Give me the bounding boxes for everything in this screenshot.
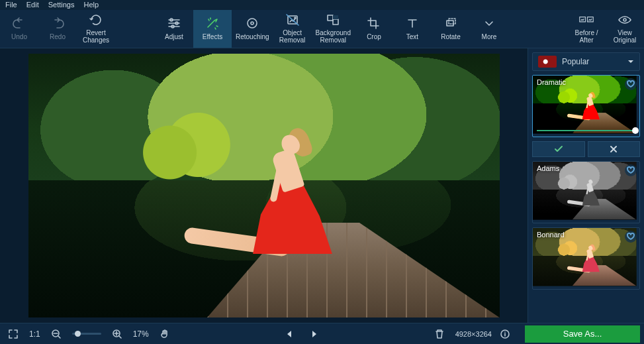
favorite-button[interactable] <box>625 164 637 176</box>
preset-adams[interactable]: Adams <box>532 161 640 223</box>
object-removal-button[interactable]: Object Removal <box>273 10 312 48</box>
rotate-button[interactable]: Rotate <box>432 10 470 48</box>
text-icon <box>405 16 420 30</box>
zoom-out-button[interactable] <box>47 326 66 342</box>
adjust-button[interactable]: Adjust <box>155 10 193 48</box>
menubar: File Edit Settings Help <box>0 0 644 10</box>
rotate-icon <box>443 16 458 30</box>
save-as-button[interactable]: Save As... <box>525 325 640 343</box>
menu-file[interactable]: File <box>5 1 17 9</box>
svg-point-14 <box>623 19 626 21</box>
toolbar: Undo Redo Revert Changes Adjust Effects … <box>0 10 644 48</box>
undo-icon <box>12 16 26 30</box>
preset-confirm-row <box>532 141 640 157</box>
delete-button[interactable] <box>430 326 449 342</box>
svg-rect-7 <box>328 15 333 21</box>
eye-icon <box>618 13 632 27</box>
crop-button[interactable]: Crop <box>355 10 393 48</box>
effect-category-select[interactable]: Popular <box>532 52 640 71</box>
category-thumb <box>538 56 557 68</box>
preset-label: Dramatic <box>537 78 566 86</box>
menu-help[interactable]: Help <box>83 1 99 9</box>
favorite-button[interactable] <box>625 78 637 90</box>
redo-icon <box>50 16 65 30</box>
photo-preview <box>28 54 500 317</box>
preset-bonnard[interactable]: Bonnard <box>532 227 640 290</box>
view-original-button[interactable]: View Original <box>606 10 644 48</box>
revert-changes-button[interactable]: Revert Changes <box>77 10 115 48</box>
svg-rect-11 <box>449 19 455 24</box>
preset-dramatic[interactable]: Dramatic <box>532 75 640 137</box>
preset-intensity-slider[interactable] <box>537 130 635 131</box>
retouching-button[interactable]: Retouching <box>232 10 273 48</box>
chevron-down-icon <box>482 16 496 30</box>
svg-rect-10 <box>447 21 453 26</box>
object-removal-icon <box>285 13 300 27</box>
effects-icon <box>205 16 220 30</box>
retouching-icon <box>245 16 259 30</box>
menu-settings[interactable]: Settings <box>48 1 75 9</box>
effects-sidebar: Popular Dramatic Adams B <box>528 48 644 323</box>
undo-button[interactable]: Undo <box>0 10 38 48</box>
text-button[interactable]: Text <box>393 10 432 48</box>
before-after-button[interactable]: Before / After <box>567 10 606 48</box>
image-dimensions-label: 4928×3264 <box>455 330 492 338</box>
preset-label: Bonnard <box>537 231 565 239</box>
effects-button[interactable]: Effects <box>193 10 232 48</box>
preset-label: Adams <box>537 164 559 172</box>
revert-icon <box>89 13 103 27</box>
svg-point-6 <box>295 17 296 19</box>
zoom-slider[interactable] <box>72 333 101 335</box>
svg-rect-9 <box>333 15 338 19</box>
category-label: Popular <box>562 57 589 66</box>
fullscreen-button[interactable] <box>4 326 23 342</box>
next-image-button[interactable] <box>305 326 324 342</box>
prev-image-button[interactable] <box>280 326 299 342</box>
zoom-percent-label: 17% <box>133 329 149 339</box>
redo-button[interactable]: Redo <box>38 10 77 48</box>
svg-point-3 <box>248 19 257 28</box>
more-button[interactable]: More <box>470 10 508 48</box>
canvas-area[interactable] <box>0 48 528 323</box>
background-removal-icon <box>326 13 340 27</box>
cancel-effect-button[interactable] <box>588 141 641 157</box>
adjust-icon <box>167 16 181 30</box>
zoom-in-button[interactable] <box>108 326 126 342</box>
apply-effect-button[interactable] <box>532 141 585 157</box>
svg-point-4 <box>251 22 253 25</box>
menu-edit[interactable]: Edit <box>26 1 39 9</box>
info-button[interactable] <box>496 326 514 342</box>
crop-icon <box>367 16 381 30</box>
chevron-down-icon <box>627 57 634 66</box>
before-after-icon <box>579 13 594 27</box>
hand-tool-button[interactable] <box>156 326 174 342</box>
favorite-button[interactable] <box>625 231 637 243</box>
fit-actual-button[interactable]: 1:1 <box>29 329 40 339</box>
statusbar: 1:1 17% 4928×3264 Save As... <box>0 323 644 344</box>
background-removal-button[interactable]: Background Removal <box>312 10 355 48</box>
svg-rect-8 <box>333 19 338 25</box>
